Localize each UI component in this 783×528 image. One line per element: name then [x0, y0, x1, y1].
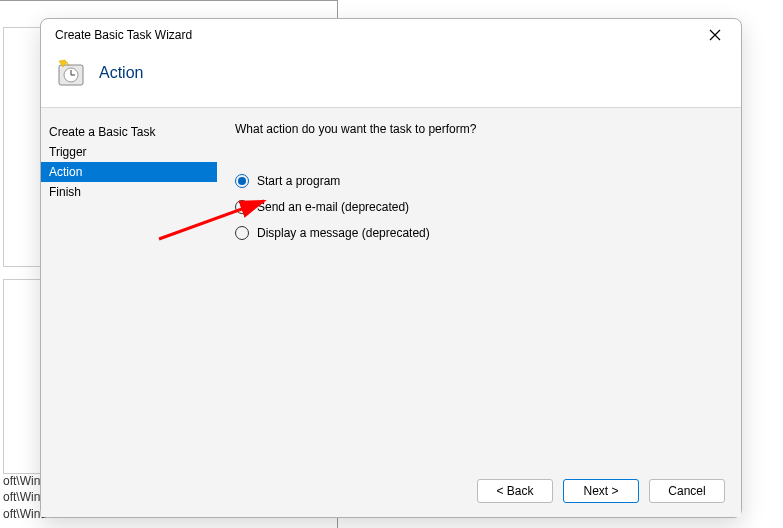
next-button[interactable]: Next >	[563, 479, 639, 503]
action-radio-group: Start a program Send an e-mail (deprecat…	[235, 174, 723, 240]
radio-label: Display a message (deprecated)	[257, 226, 430, 240]
sidebar-item-action[interactable]: Action	[41, 162, 217, 182]
wizard-sidebar: Create a Basic Task Trigger Action Finis…	[41, 108, 217, 465]
close-button[interactable]	[701, 21, 729, 49]
sidebar-item-finish[interactable]: Finish	[41, 182, 217, 202]
sidebar-item-create[interactable]: Create a Basic Task	[41, 122, 217, 142]
sidebar-item-trigger[interactable]: Trigger	[41, 142, 217, 162]
radio-icon	[235, 174, 249, 188]
cancel-button[interactable]: Cancel	[649, 479, 725, 503]
back-button[interactable]: < Back	[477, 479, 553, 503]
content-area: Create a Basic Task Trigger Action Finis…	[41, 108, 741, 465]
dialog-title: Create Basic Task Wizard	[55, 28, 192, 42]
prompt-text: What action do you want the task to perf…	[235, 122, 723, 136]
radio-start-program[interactable]: Start a program	[235, 174, 723, 188]
close-icon	[709, 29, 721, 41]
title-bar: Create Basic Task Wizard	[41, 19, 741, 51]
clock-wizard-icon	[55, 57, 87, 89]
footer: < Back Next > Cancel	[41, 465, 741, 517]
radio-label: Start a program	[257, 174, 340, 188]
radio-display-message[interactable]: Display a message (deprecated)	[235, 226, 723, 240]
radio-icon	[235, 200, 249, 214]
radio-icon	[235, 226, 249, 240]
radio-label: Send an e-mail (deprecated)	[257, 200, 409, 214]
header-section: Action	[41, 51, 741, 108]
page-title: Action	[99, 64, 143, 82]
wizard-dialog: Create Basic Task Wizard Action Create a…	[40, 18, 742, 518]
main-area: What action do you want the task to perf…	[217, 108, 741, 465]
radio-send-email[interactable]: Send an e-mail (deprecated)	[235, 200, 723, 214]
